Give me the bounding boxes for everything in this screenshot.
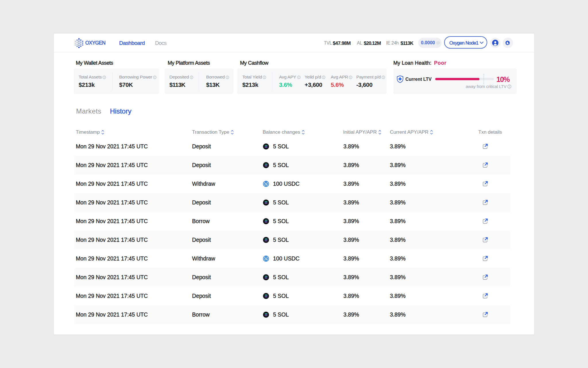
svg-text:$: $ [265, 182, 267, 186]
svg-text:$: $ [265, 257, 267, 260]
